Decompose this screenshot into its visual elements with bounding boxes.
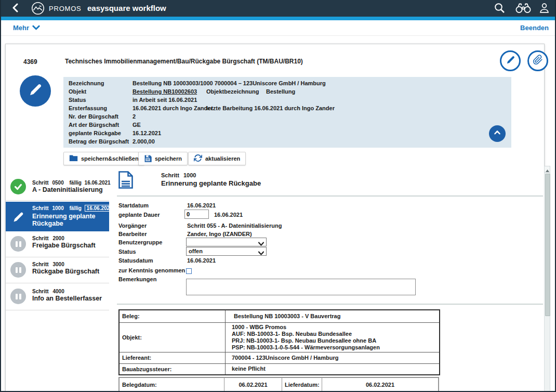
- step-active-pen-icon: [10, 210, 26, 225]
- refresh-icon: [194, 154, 202, 163]
- step-item-2000[interactable]: Schritt 2000 Freigabe Bürgschaft: [6, 232, 109, 257]
- pen-icon: [28, 83, 43, 99]
- attachments-button[interactable]: [527, 50, 548, 71]
- promos-logo-icon: [31, 2, 45, 17]
- scrollbar-thumb[interactable]: [545, 174, 550, 316]
- startdatum-label: Startdatum: [118, 202, 149, 208]
- lieferdatum-value: 06.02.2021: [322, 377, 439, 391]
- lieferdatum-label: Lieferdatum:: [282, 377, 322, 391]
- row-label: Bauabzugssteuer:: [119, 363, 226, 375]
- info-row-art: Art der Bürgschaft GE: [63, 122, 510, 130]
- field-value: letzte Barbeitung 16.06.2021 durch Ingo …: [206, 105, 335, 111]
- field-value: 2: [133, 113, 136, 120]
- detail-divider: [117, 195, 543, 197]
- row-value: keine Pflicht: [226, 363, 440, 375]
- step-item-1000-selected[interactable]: Schritt 1000 fällig 16.06.2021 Erinnerun…: [6, 202, 109, 231]
- row-label: Beleg:: [119, 310, 226, 322]
- field-label: Ersterfassung: [69, 105, 107, 111]
- table-row: Beleg: Bestellung NB 10003003 - V Bauver…: [119, 310, 440, 322]
- field-value: in Arbeit seit 16.06.2021: [133, 97, 197, 103]
- dauer-datum: 16.06.2021: [214, 212, 243, 218]
- step-number: 1000: [183, 172, 196, 178]
- table-row: Liefereant: 700004 - 123Uniscore GmbH / …: [119, 352, 440, 363]
- field-label: Nr. der Bürgschaft: [69, 113, 118, 120]
- step-number: 0500: [52, 180, 63, 186]
- field-label: Objekt: [69, 88, 86, 95]
- app-window: PROMOS easysquare workflow Me: [0, 0, 556, 392]
- task-status-avatar: [20, 75, 51, 107]
- due-date-badge: 16.06.2021: [85, 205, 115, 212]
- triangle-up-icon: [546, 165, 549, 174]
- brand-text: PROMOS: [49, 5, 82, 12]
- save-close-label: speichern&schließen: [81, 155, 139, 162]
- step-title: Rückgabe Bürgschaft: [32, 268, 107, 276]
- pen-icon: [506, 55, 515, 67]
- back-button[interactable]: [8, 2, 22, 16]
- chevron-down-icon: [32, 24, 40, 32]
- step-title: Freigabe Bürgschaft: [32, 242, 107, 250]
- due-date: 16.06.2021: [85, 180, 111, 186]
- step-label: Schritt: [32, 262, 49, 267]
- field-label: Objektbezeichnung: [206, 88, 259, 95]
- row-value: 1000 - WBG Promos AUF: NB-10003-1- Bsp. …: [226, 322, 440, 352]
- binoculars-button[interactable]: [514, 2, 532, 16]
- field-label: Art der Bürgschaft: [69, 122, 119, 128]
- step-pending-icon: [10, 289, 26, 304]
- scrollbar-up-button[interactable]: [544, 166, 550, 173]
- benutzergruppe-select[interactable]: [186, 238, 267, 246]
- binoculars-icon: [515, 2, 532, 16]
- user-icon: [538, 2, 550, 16]
- step-title: A - Dateninitialisierung: [32, 187, 107, 194]
- save-label: speichern: [155, 155, 182, 162]
- status-label: Status: [118, 249, 136, 255]
- back-chevron-icon: [12, 3, 18, 15]
- bearbeiter-value: Zander, Ingo (IZANDER): [187, 231, 252, 237]
- step-item-3000[interactable]: Schritt 3000 Rückgabe Bürgschaft: [6, 258, 109, 283]
- end-link[interactable]: Beenden: [520, 24, 549, 32]
- step-item-0500[interactable]: Schritt 0500 fällig 16.06.2021 A - Daten…: [6, 172, 109, 201]
- edit-button[interactable]: [500, 50, 521, 71]
- benutzergruppe-label: Benutzergruppe: [118, 239, 162, 245]
- bemerkungen-textarea[interactable]: [186, 279, 416, 295]
- user-button[interactable]: [537, 2, 551, 16]
- search-icon: [493, 2, 506, 16]
- table-row: Belegdatum: 06.02.2021 Lieferdatum: 06.0…: [119, 377, 439, 391]
- search-button[interactable]: [493, 2, 506, 16]
- statusdatum-value: 16.06.2021: [187, 257, 216, 264]
- dauer-input[interactable]: [184, 210, 209, 219]
- field-label: Betrag der Bürgschaft: [69, 138, 129, 145]
- chevron-down-icon: [258, 250, 264, 257]
- save-close-button[interactable]: speichern&schließen: [63, 152, 144, 165]
- field-value: Bestellung: [266, 88, 295, 95]
- more-menu[interactable]: Mehr: [13, 24, 40, 32]
- row-value: Bestellung NB 10003003 - V Bauvertrag: [226, 310, 440, 322]
- step-meta: Schritt 0500 fällig 16.06.2021: [32, 180, 111, 186]
- folder-icon: [69, 154, 78, 163]
- row-value: 700004 - 123Uniscore GmbH / Hamburg: [226, 352, 440, 363]
- dauer-label: geplante Dauer: [118, 212, 160, 218]
- collapse-panel-button[interactable]: [489, 125, 506, 142]
- save-button[interactable]: speichern: [138, 152, 188, 165]
- end-label: Beenden: [520, 24, 549, 32]
- due-label: fällig: [69, 205, 81, 211]
- bemerkungen-label: Bemerkungen: [118, 276, 156, 282]
- kenntnis-label: zur Kenntnis genommen: [118, 267, 185, 273]
- field-value: Bestellung NB 10003003/1000 7000004 – 12…: [133, 80, 326, 86]
- section-divider: [117, 304, 543, 305]
- step-number: 4000: [52, 289, 64, 294]
- step-title: Erinnerung geplante Rückgabe: [32, 213, 107, 227]
- due-label: fällig: [69, 180, 81, 186]
- step-meta: Schritt 3000: [32, 262, 64, 267]
- status-select[interactable]: offen: [186, 247, 267, 256]
- step-number: 3000: [52, 262, 64, 267]
- statusdatum-label: Statusdatum: [118, 257, 153, 264]
- kenntnis-checkbox[interactable]: [186, 268, 192, 274]
- belegdatum-value: 06.02.2021: [224, 377, 282, 391]
- refresh-button[interactable]: aktualisieren: [188, 152, 246, 165]
- objekt-link[interactable]: Bestellung NB10002603: [133, 88, 197, 95]
- step-label: Schritt: [32, 205, 49, 211]
- step-item-4000[interactable]: Schritt 4000 Info an Bestellerfasser: [6, 284, 109, 310]
- row-label: Objekt:: [119, 322, 226, 352]
- info-row-nr: Nr. der Bürgschaft 2: [63, 113, 510, 122]
- document-icon: [118, 171, 133, 191]
